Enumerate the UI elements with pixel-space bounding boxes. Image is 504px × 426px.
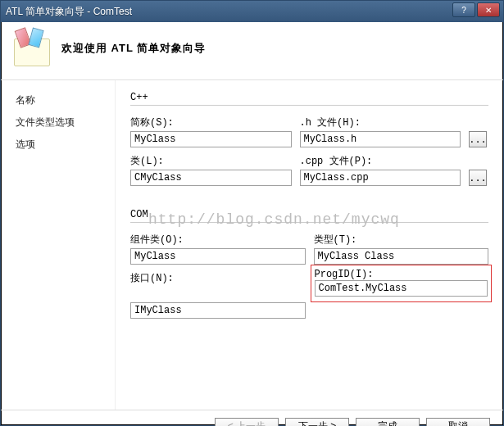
interface-input[interactable] xyxy=(130,302,306,319)
header: 欢迎使用 ATL 简单对象向导 xyxy=(1,22,503,80)
sidebar-item-filetype[interactable]: 文件类型选项 xyxy=(16,116,107,129)
next-button[interactable]: 下一步 > xyxy=(285,418,349,427)
page-heading: 欢迎使用 ATL 简单对象向导 xyxy=(61,41,206,56)
close-button[interactable]: ✕ xyxy=(477,2,500,17)
h-browse-button[interactable]: ... xyxy=(469,131,487,147)
wizard-window: ATL 简单对象向导 - ComTest ? ✕ 欢迎使用 ATL 简单对象向导… xyxy=(0,0,504,426)
com-block: COM 组件类(O): 类型(T): 接口(N): ProgID(I): xyxy=(130,209,488,319)
sidebar: 名称 文件类型选项 选项 xyxy=(1,80,116,410)
title-controls: ? ✕ xyxy=(452,2,500,17)
h-file-label: .h 文件(H): xyxy=(300,116,461,129)
content: C++ 简称(S): .h 文件(H): ... 类(L): .cpp 文件(P… xyxy=(116,80,503,410)
type-input[interactable] xyxy=(314,248,489,265)
interface-label: 接口(N): xyxy=(130,271,306,301)
footer: < 上一步 下一步 > 完成 取消 xyxy=(1,410,503,426)
com-grid: 组件类(O): 类型(T): 接口(N): ProgID(I): xyxy=(130,231,488,319)
divider xyxy=(130,105,488,106)
class-label: 类(L): xyxy=(130,154,292,168)
sidebar-item-name[interactable]: 名称 xyxy=(16,93,107,107)
class-input[interactable] xyxy=(130,170,292,186)
com-section-label: COM xyxy=(130,209,488,220)
type-label: 类型(T): xyxy=(314,233,489,247)
coclass-label: 组件类(O): xyxy=(130,233,306,247)
coclass-input[interactable] xyxy=(130,248,306,265)
short-name-label: 简称(S): xyxy=(130,116,292,129)
cpp-file-label: .cpp 文件(P): xyxy=(300,154,461,168)
cpp-section-label: C++ xyxy=(130,92,488,103)
progid-label: ProgID(I): xyxy=(315,269,488,280)
finish-button[interactable]: 完成 xyxy=(356,418,420,427)
sidebar-item-options[interactable]: 选项 xyxy=(16,138,107,152)
progid-input[interactable] xyxy=(315,280,488,297)
cancel-button[interactable]: 取消 xyxy=(426,418,490,427)
cpp-grid: 简称(S): .h 文件(H): ... 类(L): .cpp 文件(P): .… xyxy=(130,114,488,186)
cpp-file-input[interactable] xyxy=(300,170,461,186)
divider xyxy=(130,222,488,223)
cpp-browse-button[interactable]: ... xyxy=(469,170,487,186)
body: 名称 文件类型选项 选项 C++ 简称(S): .h 文件(H): ... 类(… xyxy=(1,80,503,410)
prev-button[interactable]: < 上一步 xyxy=(215,418,279,427)
h-file-input[interactable] xyxy=(300,131,461,147)
help-button[interactable]: ? xyxy=(452,2,475,17)
short-name-input[interactable] xyxy=(130,131,292,147)
titlebar[interactable]: ATL 简单对象向导 - ComTest ? ✕ xyxy=(1,1,503,22)
window-title: ATL 简单对象向导 - ComTest xyxy=(6,5,132,19)
wizard-icon xyxy=(12,29,52,68)
progid-highlight: ProgID(I): xyxy=(311,265,493,302)
